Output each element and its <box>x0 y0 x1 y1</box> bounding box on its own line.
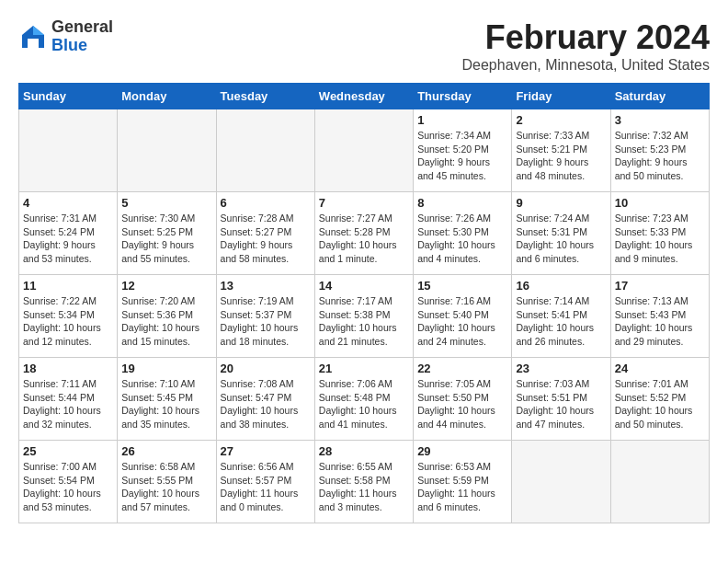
calendar-cell: 13Sunrise: 7:19 AMSunset: 5:37 PMDayligh… <box>216 275 314 358</box>
day-info: Sunrise: 7:10 AMSunset: 5:45 PMDaylight:… <box>121 377 211 431</box>
day-number: 16 <box>516 279 606 293</box>
day-info: Sunrise: 6:56 AMSunset: 5:57 PMDaylight:… <box>221 460 311 514</box>
calendar-cell <box>512 441 610 523</box>
day-info: Sunrise: 7:05 AMSunset: 5:50 PMDaylight:… <box>417 377 507 431</box>
calendar-cell: 22Sunrise: 7:05 AMSunset: 5:50 PMDayligh… <box>414 358 512 441</box>
day-number: 13 <box>221 279 311 293</box>
day-number: 18 <box>23 362 113 375</box>
calendar-cell: 14Sunrise: 7:17 AMSunset: 5:38 PMDayligh… <box>314 275 413 358</box>
day-info: Sunrise: 7:08 AMSunset: 5:47 PMDaylight:… <box>221 377 311 431</box>
title-area: February 2024 Deephaven, Minnesota, Unit… <box>462 18 711 74</box>
day-number: 21 <box>319 362 409 375</box>
logo: General Blue <box>18 18 113 55</box>
day-number: 11 <box>23 279 113 293</box>
header: General Blue February 2024 Deephaven, Mi… <box>18 18 710 74</box>
calendar-cell <box>610 441 709 523</box>
day-number: 29 <box>417 444 507 458</box>
day-number: 27 <box>221 444 311 458</box>
calendar-cell: 6Sunrise: 7:28 AMSunset: 5:27 PMDaylight… <box>216 192 314 275</box>
calendar-cell: 20Sunrise: 7:08 AMSunset: 5:47 PMDayligh… <box>216 358 314 441</box>
day-number: 6 <box>221 196 311 210</box>
logo-blue: Blue <box>51 36 87 54</box>
day-info: Sunrise: 7:03 AMSunset: 5:51 PMDaylight:… <box>516 377 606 431</box>
calendar-cell: 2Sunrise: 7:33 AMSunset: 5:21 PMDaylight… <box>512 109 610 192</box>
month-title: February 2024 <box>462 18 711 57</box>
day-info: Sunrise: 7:17 AMSunset: 5:38 PMDaylight:… <box>319 294 409 349</box>
calendar-week-row: 11Sunrise: 7:22 AMSunset: 5:34 PMDayligh… <box>19 275 710 358</box>
calendar-cell <box>314 109 413 192</box>
day-info: Sunrise: 7:14 AMSunset: 5:41 PMDaylight:… <box>516 294 606 349</box>
calendar-cell: 5Sunrise: 7:30 AMSunset: 5:25 PMDaylight… <box>118 192 216 275</box>
calendar-cell: 18Sunrise: 7:11 AMSunset: 5:44 PMDayligh… <box>19 358 118 441</box>
day-number: 7 <box>319 196 409 210</box>
location-title: Deephaven, Minnesota, United States <box>462 57 711 74</box>
day-info: Sunrise: 7:22 AMSunset: 5:34 PMDaylight:… <box>23 294 113 349</box>
svg-marker-1 <box>33 26 44 35</box>
day-info: Sunrise: 6:55 AMSunset: 5:58 PMDaylight:… <box>319 460 409 514</box>
day-number: 22 <box>417 362 507 375</box>
calendar-cell: 21Sunrise: 7:06 AMSunset: 5:48 PMDayligh… <box>314 358 413 441</box>
calendar-cell: 1Sunrise: 7:34 AMSunset: 5:20 PMDaylight… <box>414 109 512 192</box>
day-number: 4 <box>23 196 113 210</box>
day-number: 10 <box>615 196 705 210</box>
day-number: 24 <box>615 362 705 375</box>
day-number: 28 <box>319 444 409 458</box>
day-info: Sunrise: 7:13 AMSunset: 5:43 PMDaylight:… <box>615 294 705 349</box>
calendar-cell: 7Sunrise: 7:27 AMSunset: 5:28 PMDaylight… <box>314 192 413 275</box>
calendar-cell: 29Sunrise: 6:53 AMSunset: 5:59 PMDayligh… <box>414 441 512 523</box>
day-number: 17 <box>615 279 705 293</box>
calendar-week-row: 1Sunrise: 7:34 AMSunset: 5:20 PMDaylight… <box>19 109 710 192</box>
day-number: 1 <box>417 113 507 127</box>
calendar-cell <box>118 109 216 192</box>
day-info: Sunrise: 7:11 AMSunset: 5:44 PMDaylight:… <box>23 377 113 431</box>
day-number: 26 <box>121 444 211 458</box>
calendar-cell: 3Sunrise: 7:32 AMSunset: 5:23 PMDaylight… <box>610 109 709 192</box>
weekday-header: Tuesday <box>216 84 314 109</box>
weekday-header: Thursday <box>414 84 512 109</box>
calendar-cell: 11Sunrise: 7:22 AMSunset: 5:34 PMDayligh… <box>19 275 118 358</box>
day-number: 19 <box>121 362 211 375</box>
day-info: Sunrise: 7:33 AMSunset: 5:21 PMDaylight:… <box>516 129 606 183</box>
logo-text: General Blue <box>51 18 113 55</box>
day-number: 25 <box>23 444 113 458</box>
day-number: 15 <box>417 279 507 293</box>
calendar-week-row: 18Sunrise: 7:11 AMSunset: 5:44 PMDayligh… <box>19 358 710 441</box>
day-info: Sunrise: 7:00 AMSunset: 5:54 PMDaylight:… <box>23 460 113 514</box>
day-info: Sunrise: 7:30 AMSunset: 5:25 PMDaylight:… <box>121 212 211 266</box>
day-info: Sunrise: 7:32 AMSunset: 5:23 PMDaylight:… <box>615 129 705 183</box>
calendar-week-row: 25Sunrise: 7:00 AMSunset: 5:54 PMDayligh… <box>19 441 710 523</box>
logo-icon <box>18 22 48 52</box>
day-number: 9 <box>516 196 606 210</box>
calendar-cell: 23Sunrise: 7:03 AMSunset: 5:51 PMDayligh… <box>512 358 610 441</box>
calendar-cell: 8Sunrise: 7:26 AMSunset: 5:30 PMDaylight… <box>414 192 512 275</box>
day-info: Sunrise: 6:53 AMSunset: 5:59 PMDaylight:… <box>417 460 507 514</box>
weekday-header: Wednesday <box>314 84 413 109</box>
day-info: Sunrise: 7:31 AMSunset: 5:24 PMDaylight:… <box>23 212 113 266</box>
weekday-header: Friday <box>512 84 610 109</box>
day-number: 3 <box>615 113 705 127</box>
calendar-cell: 12Sunrise: 7:20 AMSunset: 5:36 PMDayligh… <box>118 275 216 358</box>
day-info: Sunrise: 7:06 AMSunset: 5:48 PMDaylight:… <box>319 377 409 431</box>
weekday-header: Monday <box>118 84 216 109</box>
day-number: 23 <box>516 362 606 375</box>
calendar-cell: 15Sunrise: 7:16 AMSunset: 5:40 PMDayligh… <box>414 275 512 358</box>
day-info: Sunrise: 7:28 AMSunset: 5:27 PMDaylight:… <box>221 212 311 266</box>
calendar-cell: 4Sunrise: 7:31 AMSunset: 5:24 PMDaylight… <box>19 192 118 275</box>
calendar-cell: 10Sunrise: 7:23 AMSunset: 5:33 PMDayligh… <box>610 192 709 275</box>
calendar-cell: 28Sunrise: 6:55 AMSunset: 5:58 PMDayligh… <box>314 441 413 523</box>
day-info: Sunrise: 7:34 AMSunset: 5:20 PMDaylight:… <box>417 129 507 183</box>
calendar-cell: 25Sunrise: 7:00 AMSunset: 5:54 PMDayligh… <box>19 441 118 523</box>
day-number: 20 <box>221 362 311 375</box>
day-number: 8 <box>417 196 507 210</box>
day-info: Sunrise: 7:26 AMSunset: 5:30 PMDaylight:… <box>417 212 507 266</box>
day-info: Sunrise: 7:20 AMSunset: 5:36 PMDaylight:… <box>121 294 211 349</box>
day-info: Sunrise: 7:24 AMSunset: 5:31 PMDaylight:… <box>516 212 606 266</box>
day-number: 12 <box>121 279 211 293</box>
calendar-week-row: 4Sunrise: 7:31 AMSunset: 5:24 PMDaylight… <box>19 192 710 275</box>
weekday-header: Sunday <box>19 84 118 109</box>
weekday-header: Saturday <box>610 84 709 109</box>
logo-general: General <box>51 17 113 36</box>
calendar-cell: 17Sunrise: 7:13 AMSunset: 5:43 PMDayligh… <box>610 275 709 358</box>
svg-rect-2 <box>28 39 39 48</box>
calendar-cell: 26Sunrise: 6:58 AMSunset: 5:55 PMDayligh… <box>118 441 216 523</box>
